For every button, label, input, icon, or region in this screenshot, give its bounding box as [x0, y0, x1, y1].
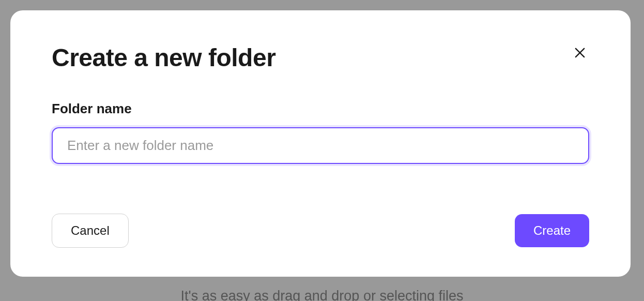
cancel-button[interactable]: Cancel — [52, 214, 129, 248]
modal-header: Create a new folder — [52, 43, 589, 72]
create-folder-modal: Create a new folder Folder name Cancel C… — [10, 10, 631, 277]
create-button[interactable]: Create — [515, 214, 589, 247]
folder-name-input[interactable] — [52, 127, 589, 164]
modal-footer: Cancel Create — [52, 214, 589, 248]
close-icon — [573, 46, 587, 60]
close-button[interactable] — [571, 43, 589, 62]
background-hint-text: It's as easy as drag and drop or selecti… — [181, 288, 464, 301]
modal-title: Create a new folder — [52, 43, 275, 72]
folder-name-group: Folder name — [52, 101, 589, 164]
folder-name-label: Folder name — [52, 101, 589, 117]
